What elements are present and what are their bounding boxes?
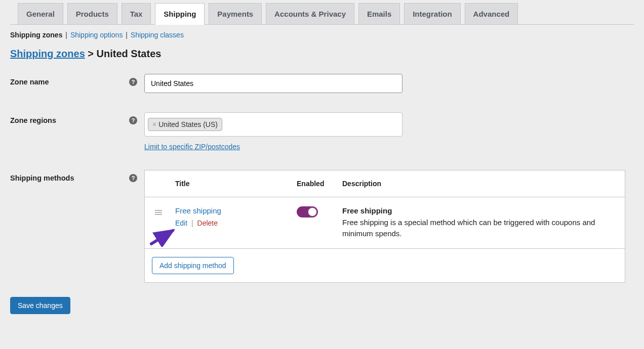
zone-regions-select[interactable]: × United States (US)	[144, 112, 402, 137]
tab-products[interactable]: Products	[67, 3, 117, 24]
method-title-link[interactable]: Free shipping	[175, 206, 221, 215]
tab-accounts-privacy[interactable]: Accounts & Privacy	[266, 3, 354, 24]
svg-rect-0	[155, 210, 162, 211]
shipping-methods-table: Title Enabled Description	[144, 170, 625, 283]
col-header-title: Title	[175, 180, 297, 188]
method-desc-body: Free shipping is a special method which …	[342, 217, 615, 239]
help-icon[interactable]: ?	[129, 78, 137, 86]
tab-integration[interactable]: Integration	[404, 3, 461, 24]
breadcrumb-current: United States	[97, 48, 162, 59]
tab-emails[interactable]: Emails	[358, 3, 400, 24]
breadcrumb-parent-link[interactable]: Shipping zones	[10, 48, 85, 59]
subnav-shipping-classes[interactable]: Shipping classes	[131, 31, 184, 39]
table-footer: Add shipping method	[145, 249, 625, 282]
tab-tax[interactable]: Tax	[122, 3, 151, 24]
breadcrumb-separator: >	[88, 48, 94, 59]
svg-rect-2	[155, 214, 162, 215]
shipping-subnav: Shipping zones | Shipping options | Ship…	[10, 31, 634, 39]
region-tag: × United States (US)	[148, 118, 222, 131]
col-header-description: Description	[342, 180, 615, 188]
separator: |	[125, 31, 131, 39]
zone-name-input[interactable]	[144, 74, 402, 93]
edit-link[interactable]: Edit	[175, 219, 187, 227]
field-zone-regions: Zone regions ? × United States (US) Limi…	[10, 112, 634, 151]
tab-advanced[interactable]: Advanced	[465, 3, 518, 24]
tab-payments[interactable]: Payments	[209, 3, 262, 24]
drag-handle-icon[interactable]	[155, 210, 162, 215]
help-icon[interactable]: ?	[129, 174, 137, 182]
settings-tabs: General Products Tax Shipping Payments A…	[10, 3, 634, 25]
row-actions: Edit | Delete	[175, 219, 297, 227]
col-header-enabled: Enabled	[297, 180, 342, 188]
field-shipping-methods: Shipping methods ? Title Enabled Descrip…	[10, 170, 634, 283]
table-header: Title Enabled Description	[145, 170, 625, 197]
delete-link[interactable]: Delete	[197, 219, 218, 227]
limit-postcodes-link[interactable]: Limit to specific ZIP/postcodes	[144, 143, 240, 151]
subnav-shipping-options[interactable]: Shipping options	[70, 31, 123, 39]
toggle-knob	[308, 207, 317, 216]
field-zone-name: Zone name ?	[10, 74, 634, 93]
breadcrumb: Shipping zones > United States	[10, 48, 634, 60]
save-changes-button[interactable]: Save changes	[10, 297, 70, 314]
help-icon[interactable]: ?	[129, 116, 137, 124]
tab-general[interactable]: General	[18, 3, 63, 24]
table-row: Free shipping Edit | Delete Free sh	[145, 197, 625, 249]
svg-rect-1	[155, 212, 162, 213]
separator: |	[189, 219, 195, 227]
separator: |	[64, 31, 70, 39]
subnav-shipping-zones[interactable]: Shipping zones	[10, 31, 62, 39]
method-desc-title: Free shipping	[342, 206, 615, 215]
add-shipping-method-button[interactable]: Add shipping method	[152, 257, 234, 274]
shipping-methods-label: Shipping methods	[10, 174, 74, 182]
remove-tag-icon[interactable]: ×	[152, 121, 156, 128]
tab-shipping[interactable]: Shipping	[155, 3, 205, 25]
zone-regions-label: Zone regions	[10, 116, 56, 124]
region-tag-label: United States (US)	[158, 120, 218, 128]
zone-name-label: Zone name	[10, 78, 49, 86]
enabled-toggle[interactable]	[297, 206, 318, 217]
